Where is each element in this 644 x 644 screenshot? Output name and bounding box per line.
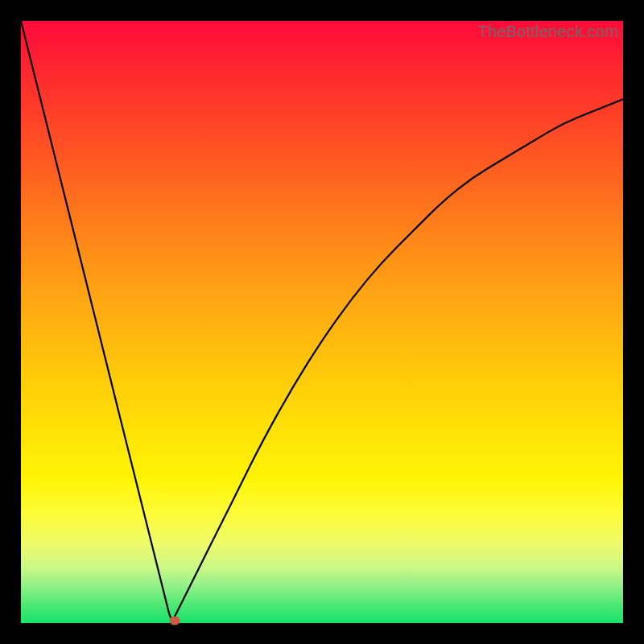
curve-path — [21, 21, 623, 619]
plot-area: TheBottleneck.com — [21, 21, 623, 623]
minimum-marker — [169, 617, 180, 625]
chart-frame: TheBottleneck.com — [0, 0, 644, 644]
bottleneck-curve — [21, 21, 623, 623]
